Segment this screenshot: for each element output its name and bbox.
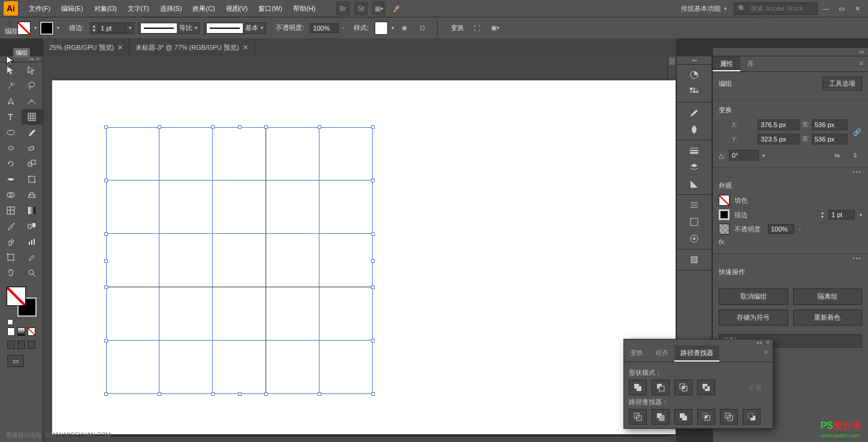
menu-effect[interactable]: 效果(C) xyxy=(188,2,219,16)
blend-tool[interactable] xyxy=(22,218,43,234)
bridge-icon[interactable]: Br xyxy=(336,1,350,16)
graphic-styles-panel-icon[interactable] xyxy=(677,251,712,268)
symbol-sprayer-tool[interactable] xyxy=(0,234,22,249)
rectangle-grid-tool[interactable] xyxy=(22,109,43,125)
x-input[interactable]: 376.5 px xyxy=(758,119,800,130)
arrange-docs-icon[interactable]: ▦▾ xyxy=(372,1,386,16)
handle[interactable] xyxy=(104,285,108,289)
width-tool[interactable] xyxy=(0,172,22,187)
chevron-down-icon[interactable]: ▾ xyxy=(391,25,394,31)
opacity-swatch[interactable] xyxy=(719,224,730,234)
handle[interactable] xyxy=(318,125,321,129)
doc-tab[interactable]: 未标题-3* @ 77% (RGB/GPU 预览) ✕ xyxy=(129,38,255,56)
search-stock[interactable]: 🔍 搜索 Adobe Stock xyxy=(734,2,818,15)
dock-collapse[interactable]: ◂◂ xyxy=(677,56,712,65)
stroke-weight-input[interactable]: ▴▾1 pt▾ xyxy=(90,22,134,34)
handle[interactable] xyxy=(371,259,375,263)
recolor-icon[interactable]: ◉ xyxy=(397,21,412,35)
gpu-icon[interactable]: 🚀 xyxy=(390,1,404,16)
chevron-down-icon[interactable]: ▾ xyxy=(860,212,862,218)
recolor-button[interactable]: 重新着色 xyxy=(793,309,863,326)
fill-stroke-swatches[interactable] xyxy=(7,287,37,317)
horizontal-scrollbar[interactable] xyxy=(52,436,667,442)
chevron-down-icon[interactable]: ▾ xyxy=(762,153,765,158)
direct-selection-tool[interactable] xyxy=(22,62,43,78)
draw-normal[interactable] xyxy=(7,341,15,349)
tab-properties[interactable]: 属性 xyxy=(713,56,740,71)
panel-collapse[interactable]: ▸▸ xyxy=(713,48,868,56)
close-icon[interactable]: ✕ xyxy=(243,44,248,52)
chevron-down-icon[interactable]: ▾ xyxy=(57,25,59,31)
layers-panel-icon[interactable] xyxy=(677,159,712,176)
handle[interactable] xyxy=(371,232,375,236)
type-tool[interactable]: T xyxy=(0,109,22,125)
maximize-button[interactable]: ▭ xyxy=(834,2,849,14)
align-icon[interactable]: ⊡ xyxy=(415,21,430,35)
stroke-swatch[interactable] xyxy=(719,209,730,220)
magic-wand-tool[interactable] xyxy=(0,78,22,94)
handle[interactable] xyxy=(211,125,215,129)
paintbrush-tool[interactable] xyxy=(22,125,43,140)
free-transform-tool[interactable] xyxy=(22,172,43,187)
menu-help[interactable]: 帮助(H) xyxy=(288,2,320,16)
draw-behind[interactable] xyxy=(17,341,25,349)
minimize-button[interactable]: — xyxy=(819,2,833,14)
eraser-tool[interactable] xyxy=(22,140,43,156)
pen-tool[interactable] xyxy=(0,94,22,109)
exclude-button[interactable] xyxy=(697,380,715,395)
handle[interactable] xyxy=(371,339,375,342)
handle[interactable] xyxy=(104,232,108,236)
screen-mode-button[interactable]: ▭ xyxy=(7,355,24,367)
intersect-button[interactable] xyxy=(674,380,692,395)
handle[interactable] xyxy=(238,125,242,129)
handle[interactable] xyxy=(238,392,242,396)
handle[interactable] xyxy=(318,392,321,396)
minus-front-button[interactable] xyxy=(652,380,670,395)
save-symbol-button[interactable]: 存储为符号 xyxy=(719,309,788,326)
rotate-tool[interactable] xyxy=(0,156,22,172)
default-colors-icon[interactable] xyxy=(7,319,13,325)
shape-builder-tool[interactable] xyxy=(0,187,22,203)
stroke-swatch[interactable] xyxy=(40,22,53,35)
menu-edit[interactable]: 编辑(E) xyxy=(56,2,88,16)
brush-dd[interactable]: 基本▾ xyxy=(204,22,266,34)
h-input[interactable]: 536 px xyxy=(812,134,848,145)
stroke-profile-dd[interactable]: 等比▾ xyxy=(138,22,200,34)
menu-file[interactable]: 文件(F) xyxy=(24,2,55,16)
handle[interactable] xyxy=(264,125,268,129)
merge-button[interactable] xyxy=(674,409,692,425)
chevron-down-icon[interactable]: ▾ xyxy=(34,25,37,31)
handle[interactable] xyxy=(371,179,375,182)
menu-type[interactable]: 文字(T) xyxy=(123,2,154,16)
handle[interactable] xyxy=(104,259,108,263)
stepper-icon[interactable]: ▴▾ xyxy=(821,211,824,219)
minus-back-button[interactable] xyxy=(743,409,761,425)
fill-swatch[interactable] xyxy=(719,195,730,206)
appearance-panel-icon[interactable] xyxy=(677,176,712,193)
fill-color[interactable] xyxy=(7,287,26,306)
handle[interactable] xyxy=(104,339,108,342)
isolate-icon[interactable]: ▣▾ xyxy=(488,21,502,35)
handle[interactable] xyxy=(211,392,215,396)
none-mode[interactable] xyxy=(28,327,35,336)
transform-panel-icon[interactable] xyxy=(677,214,712,230)
gradient-tool[interactable] xyxy=(22,203,43,218)
draw-inside[interactable] xyxy=(28,341,35,349)
handle[interactable] xyxy=(104,179,108,182)
flip-v-icon[interactable]: ⥮ xyxy=(848,148,862,163)
more-options[interactable]: ••• xyxy=(713,254,868,263)
doc-tab[interactable]: 25% (RGB/GPU 预览) ✕ xyxy=(43,38,129,56)
tool-options-button[interactable]: 工具选项 xyxy=(822,77,862,91)
transform-icon[interactable]: ⛶ xyxy=(470,21,484,35)
tab-align[interactable]: 对齐 xyxy=(649,345,674,362)
shaper-tool[interactable] xyxy=(0,140,22,156)
menu-select[interactable]: 选择(S) xyxy=(155,2,187,16)
flip-h-icon[interactable]: ⇋ xyxy=(830,148,844,163)
eyedropper-tool[interactable] xyxy=(0,218,22,234)
align-panel-icon[interactable] xyxy=(677,197,712,214)
hand-tool[interactable] xyxy=(0,265,22,281)
tab-pathfinder[interactable]: 路径查找器 xyxy=(674,345,719,362)
more-opacity-icon[interactable]: › xyxy=(342,25,344,31)
ellipse-tool[interactable] xyxy=(0,125,22,140)
crop-button[interactable] xyxy=(697,409,715,425)
